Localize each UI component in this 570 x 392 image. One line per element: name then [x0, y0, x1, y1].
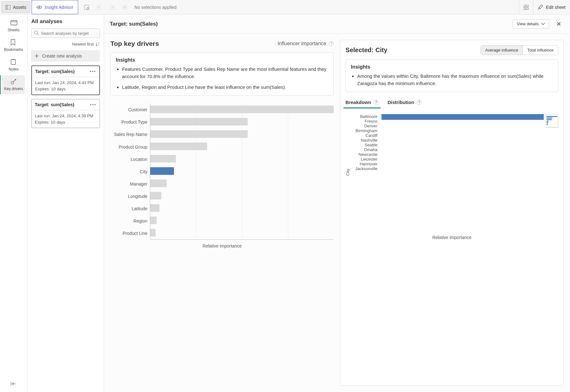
panel-icon — [5, 5, 10, 9]
svg-rect-29 — [547, 121, 548, 122]
key-drivers-title: Top key drivers — [110, 40, 159, 47]
smart-select-icon[interactable] — [84, 4, 90, 10]
notes-icon — [10, 59, 17, 65]
layout-grid-button[interactable] — [519, 0, 533, 14]
chart-category-label: Latitude — [110, 203, 150, 215]
create-analysis-button[interactable]: Create new analysis — [31, 50, 100, 62]
svg-rect-28 — [547, 119, 552, 120]
assets-label: Assets — [13, 5, 26, 10]
grid-icon — [524, 5, 529, 10]
chart-bar[interactable] — [150, 180, 167, 187]
collapse-rail-button[interactable] — [10, 381, 17, 386]
chart-bar[interactable] — [150, 106, 334, 113]
chart-category-label: Customer — [110, 104, 150, 116]
svg-line-23 — [37, 34, 39, 35]
tab-breakdown[interactable]: Breakdown ? — [345, 98, 379, 108]
clear-selections-icon[interactable] — [122, 4, 127, 10]
chart-category-label: Denver — [352, 124, 379, 128]
total-influence-toggle[interactable]: Total influence — [523, 46, 558, 55]
rail-key-drivers-label: Key drivers — [4, 87, 23, 91]
edit-sheet-label: Edit sheet — [546, 5, 566, 10]
assets-button[interactable]: Assets — [1, 1, 30, 13]
insights-box: Insights Features Customer, Product Type… — [110, 52, 334, 95]
chart-bar[interactable] — [150, 130, 248, 138]
selected-driver-panel: Selected: City Average influence Total i… — [340, 40, 564, 386]
step-forward-icon[interactable] — [109, 4, 115, 10]
chart-category-label: Baltimore — [352, 114, 379, 119]
analysis-card[interactable]: Target: sum(Sales) ••• Last run: Jan 24,… — [31, 99, 100, 128]
rail-sheets[interactable]: Sheets — [2, 16, 25, 35]
chart-bar[interactable] — [150, 118, 248, 126]
more-icon[interactable]: ••• — [90, 69, 96, 74]
chart-bar[interactable] — [381, 114, 386, 120]
chart-category-label: Region — [110, 215, 150, 227]
help-icon[interactable]: ? — [417, 100, 422, 105]
analysis-card[interactable]: Target: sum(Sales) ••• Last run: Jan 24,… — [31, 65, 100, 95]
help-icon[interactable]: ? — [329, 41, 334, 46]
avg-influence-toggle[interactable]: Average influence — [481, 46, 523, 55]
insight-item: Latitude, Region and Product Line have t… — [122, 83, 328, 91]
sort-icon[interactable] — [96, 42, 100, 46]
analyses-title: All analyses — [31, 18, 100, 25]
chart-category-label: Newcastle — [352, 152, 379, 157]
influence-toggle: Average influence Total influence — [480, 45, 558, 55]
chart-category-label: Location — [110, 153, 150, 165]
key-drivers-icon — [10, 78, 17, 85]
rail-notes[interactable]: Notes — [2, 56, 25, 75]
card-expires: Expires: 10 days — [35, 119, 96, 126]
chart-bar[interactable] — [150, 143, 207, 150]
chart-category-label: City — [110, 165, 150, 178]
chart-bar[interactable] — [150, 192, 161, 199]
chart-bar[interactable] — [150, 204, 159, 212]
chart-category-label: Product Line — [110, 227, 150, 240]
chart-scrollbar[interactable] — [546, 114, 558, 128]
svg-rect-11 — [526, 5, 528, 7]
pencil-icon — [538, 5, 543, 10]
insight-label: Insight Advisor — [45, 5, 73, 10]
chart-category-label: Seattle — [352, 143, 379, 147]
more-icon[interactable]: ••• — [90, 102, 96, 107]
tab-distribution[interactable]: Distribution ? — [387, 98, 422, 108]
chart-category-label: Nashville — [352, 138, 379, 143]
card-last-run: Last run: Jan 24, 2024, 4:43 PM — [35, 80, 96, 86]
sort-label[interactable]: Newest first — [72, 42, 94, 46]
card-last-run: Last run: Jan 24, 2024, 4:39 PM — [35, 113, 96, 119]
help-icon[interactable]: ? — [374, 100, 379, 105]
no-selections-text: No selections applied — [134, 5, 177, 10]
chart-y-axis-label: City — [345, 169, 350, 176]
analyses-panel: All analyses Newest first Create new ana… — [28, 15, 104, 392]
influencer-importance-label: Influencer importance — [277, 41, 326, 46]
chart-bar[interactable] — [150, 167, 174, 175]
chart-category-label: Fresno — [352, 119, 379, 124]
insights-box: Insights Among the values within City, B… — [345, 59, 558, 92]
close-button[interactable]: ✕ — [553, 18, 564, 30]
view-details-button[interactable]: View details — [513, 19, 549, 28]
content-area: Target: sum(Sales) View details ✕ Top ke… — [104, 15, 570, 392]
chart-category-label: Sales Rep Name — [110, 128, 150, 141]
key-drivers-chart[interactable]: CustomerProduct TypeSales Rep NameProduc… — [110, 101, 334, 386]
left-rail: Sheets Bookmarks Notes Key drivers — [0, 15, 28, 392]
view-details-label: View details — [517, 21, 539, 26]
insights-heading: Insights — [351, 64, 553, 70]
step-back-icon[interactable] — [96, 4, 102, 10]
chart-x-axis-label: Relative importance — [345, 235, 558, 240]
chart-bar[interactable] — [150, 217, 157, 224]
chart-bar[interactable] — [150, 155, 176, 162]
card-title: Target: sum(Sales) — [35, 102, 74, 107]
svg-rect-12 — [524, 8, 525, 9]
card-title: Target: sum(Sales) — [35, 69, 75, 74]
selected-value: City — [375, 46, 387, 53]
chart-category-label: Jacksonville — [352, 166, 379, 171]
svg-rect-10 — [524, 5, 525, 7]
rail-bookmarks[interactable]: Bookmarks — [2, 36, 25, 55]
insight-advisor-button[interactable]: Insight Advisor — [32, 0, 78, 14]
insight-item: Among the values within City, Baltimore … — [357, 72, 553, 87]
breakdown-chart[interactable]: City BaltimoreFresnoDenverBirminghamCard… — [345, 113, 558, 383]
edit-sheet-button[interactable]: Edit sheet — [533, 0, 570, 14]
rail-key-drivers[interactable]: Key drivers — [2, 75, 25, 94]
search-input[interactable] — [31, 28, 100, 38]
chart-bar[interactable] — [150, 229, 156, 236]
svg-rect-13 — [526, 8, 528, 9]
card-expires: Expires: 10 days — [35, 86, 96, 92]
chart-category-label: Birmingham — [352, 128, 379, 133]
